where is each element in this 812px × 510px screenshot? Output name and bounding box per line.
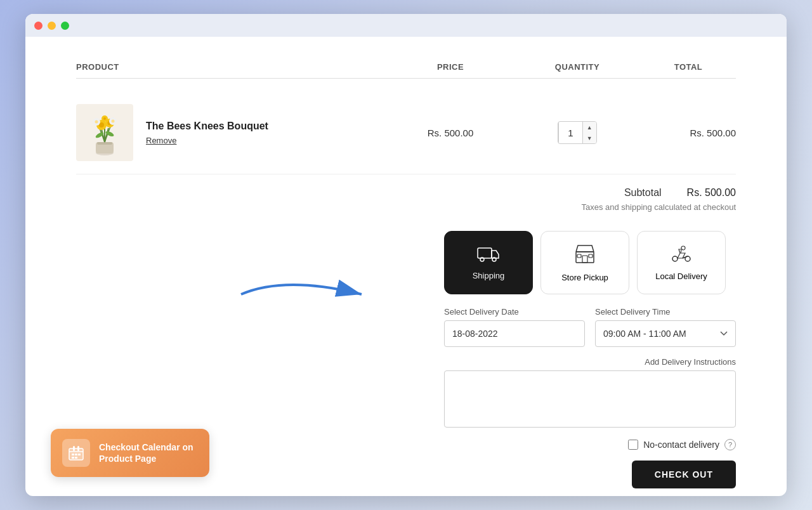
instructions-section: Add Delivery Instructions [444, 357, 736, 430]
shipping-button[interactable]: Shipping [444, 231, 533, 294]
svg-rect-34 [77, 446, 79, 451]
delivery-options-area: Shipping [444, 231, 736, 488]
close-dot[interactable] [34, 22, 43, 30]
svg-point-29 [672, 256, 678, 261]
product-total: Rs. 500.00 [641, 128, 736, 138]
remove-link[interactable]: Remove [146, 136, 268, 145]
maximize-dot[interactable] [61, 22, 69, 30]
time-label: Select Delivery Time [595, 307, 736, 317]
arrow-area [76, 231, 412, 320]
svg-rect-2 [97, 142, 112, 145]
col-total: TOTAL [641, 62, 736, 72]
col-product: PRODUCT [76, 62, 387, 72]
main-content: PRODUCT PRICE QUANTITY TOTAL [25, 37, 787, 496]
arrow-graphic [235, 269, 412, 320]
svg-rect-26 [577, 254, 581, 258]
product-image [76, 104, 133, 161]
table-header: PRODUCT PRICE QUANTITY TOTAL [76, 62, 736, 79]
product-price: Rs. 500.00 [387, 128, 514, 138]
product-row: The Bees Knees Bouquet Remove Rs. 500.00… [76, 91, 736, 174]
product-info: The Bees Knees Bouquet Remove [76, 104, 387, 161]
no-contact-row: No-contact delivery ? [444, 439, 736, 450]
shipping-icon [477, 245, 500, 266]
delivery-buttons: Shipping [444, 231, 736, 294]
instructions-textarea[interactable] [444, 370, 736, 428]
local-delivery-label: Local Delivery [655, 271, 707, 281]
quantity-stepper[interactable]: 1 ▲ ▼ [558, 121, 596, 144]
store-pickup-button[interactable]: Store Pickup [540, 231, 629, 294]
quantity-cell: 1 ▲ ▼ [514, 121, 641, 144]
no-contact-checkbox[interactable] [628, 440, 638, 450]
date-field-group: Select Delivery Date [444, 307, 585, 347]
tax-note: Taxes and shipping calculated at checkou… [581, 202, 736, 212]
svg-rect-25 [582, 256, 587, 263]
store-pickup-icon [574, 243, 596, 268]
time-select[interactable]: 09:00 AM - 11:00 AM 11:00 AM - 01:00 PM … [595, 320, 736, 347]
widget-text: Checkout Calendar on Product Page [99, 441, 198, 464]
svg-point-15 [95, 121, 98, 124]
svg-rect-39 [75, 457, 77, 459]
widget-icon [62, 439, 90, 467]
checkout-calendar-widget[interactable]: Checkout Calendar on Product Page [51, 429, 209, 477]
time-field-group: Select Delivery Time 09:00 AM - 11:00 AM… [595, 307, 736, 347]
svg-rect-38 [72, 457, 74, 459]
no-contact-help-icon[interactable]: ? [724, 439, 736, 450]
svg-point-31 [681, 246, 685, 250]
checkout-btn-row: CHECK OUT [444, 461, 736, 488]
checkout-button[interactable]: CHECK OUT [632, 461, 736, 488]
svg-point-19 [103, 117, 106, 120]
local-delivery-icon [670, 244, 693, 266]
app-window: PRODUCT PRICE QUANTITY TOTAL [25, 14, 787, 496]
date-time-row: Select Delivery Date Select Delivery Tim… [444, 307, 736, 347]
date-input[interactable] [444, 320, 585, 347]
subtotal-value: Rs. 500.00 [687, 187, 736, 199]
no-contact-label: No-contact delivery [643, 440, 719, 450]
product-details: The Bees Knees Bouquet Remove [146, 121, 268, 145]
svg-rect-27 [589, 254, 593, 258]
store-pickup-label: Store Pickup [561, 273, 608, 282]
svg-rect-35 [72, 454, 74, 455]
quantity-arrows: ▲ ▼ [583, 122, 596, 143]
subtotal-row: Subtotal Rs. 500.00 [624, 187, 736, 199]
subtotal-section: Subtotal Rs. 500.00 Taxes and shipping c… [76, 174, 736, 218]
minimize-dot[interactable] [48, 22, 56, 30]
product-name: The Bees Knees Bouquet [146, 121, 268, 132]
svg-rect-37 [78, 454, 81, 455]
col-quantity: QUANTITY [514, 62, 641, 72]
quantity-up[interactable]: ▲ [583, 122, 596, 133]
svg-rect-33 [73, 446, 75, 451]
svg-rect-36 [75, 454, 77, 455]
shipping-label: Shipping [473, 271, 505, 280]
quantity-value: 1 [558, 122, 582, 143]
date-label: Select Delivery Date [444, 307, 585, 317]
title-bar [25, 14, 787, 37]
subtotal-label: Subtotal [624, 187, 662, 199]
svg-rect-21 [478, 248, 492, 258]
local-delivery-button[interactable]: Local Delivery [637, 231, 726, 294]
instructions-label: Add Delivery Instructions [444, 357, 736, 367]
svg-point-17 [112, 120, 115, 123]
quantity-down[interactable]: ▼ [583, 133, 596, 143]
col-price: PRICE [387, 62, 514, 72]
